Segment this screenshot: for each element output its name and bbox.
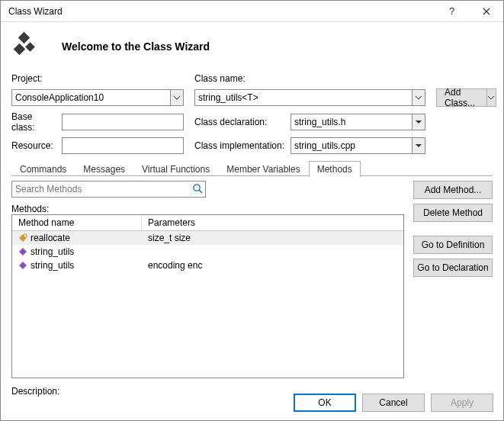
chevron-down-icon[interactable] — [170, 89, 184, 106]
chevron-down-icon[interactable] — [412, 137, 425, 154]
method-name: string_utils — [30, 246, 74, 257]
banner-title: Welcome to the Class Wizard — [62, 40, 210, 53]
tab-methods[interactable]: Methods — [309, 161, 361, 177]
class-decl-combo[interactable] — [291, 114, 425, 130]
tab-virtual-functions[interactable]: Virtual Functions — [133, 161, 218, 177]
titlebar: Class Wizard ? — [1, 1, 503, 22]
class-impl-input[interactable] — [291, 137, 412, 154]
method-icon — [18, 233, 27, 243]
go-to-definition-button[interactable]: Go to Definition — [413, 236, 493, 254]
svg-rect-8 — [19, 262, 27, 269]
method-params — [142, 246, 403, 258]
tab-bar: CommandsMessagesVirtual FunctionsMember … — [11, 160, 493, 176]
delete-method-button[interactable]: Delete Method — [413, 204, 493, 222]
svg-rect-7 — [19, 248, 27, 255]
class-impl-combo[interactable] — [291, 137, 425, 154]
method-name: string_utils — [30, 260, 74, 271]
resource-input[interactable] — [62, 137, 184, 154]
class-name-input[interactable] — [194, 89, 412, 106]
svg-rect-0 — [18, 32, 30, 44]
cancel-button[interactable]: Cancel — [362, 394, 425, 412]
go-to-declaration-button[interactable]: Go to Declaration — [413, 259, 493, 277]
class-name-label: Class name: — [194, 73, 425, 84]
methods-label: Methods: — [11, 204, 404, 214]
project-combo[interactable] — [11, 89, 184, 106]
window-title: Class Wizard — [8, 6, 63, 17]
method-params: encoding enc — [142, 259, 403, 272]
banner: Welcome to the Class Wizard — [1, 22, 503, 73]
close-icon — [483, 8, 490, 15]
chevron-down-icon[interactable] — [412, 89, 425, 106]
svg-rect-1 — [14, 43, 26, 56]
tab-messages[interactable]: Messages — [75, 161, 133, 177]
add-class-button[interactable]: Add Class... — [436, 88, 486, 107]
table-row[interactable]: string_utils — [12, 245, 403, 259]
class-decl-input[interactable] — [291, 114, 412, 130]
method-icon — [18, 261, 27, 270]
chevron-down-icon — [488, 96, 494, 100]
add-class-dropdown[interactable] — [486, 88, 496, 107]
class-impl-label: Class implementation: — [194, 140, 286, 151]
add-class-splitbutton[interactable]: Add Class... — [436, 88, 496, 107]
tab-member-variables[interactable]: Member Variables — [218, 161, 308, 177]
class-decl-label: Class declaration: — [194, 117, 286, 127]
method-name: reallocate — [30, 233, 70, 243]
apply-button[interactable]: Apply — [431, 394, 493, 412]
help-button[interactable]: ? — [435, 1, 469, 22]
table-row[interactable]: string_utilsencoding enc — [12, 259, 403, 272]
table-row[interactable]: reallocatesize_t size — [12, 231, 403, 245]
base-class-label: Base class: — [11, 111, 57, 133]
project-input[interactable] — [11, 89, 170, 106]
close-button[interactable] — [469, 1, 503, 22]
add-method-button[interactable]: Add Method... — [413, 181, 493, 199]
base-class-input[interactable] — [62, 114, 184, 130]
search-icon[interactable] — [192, 183, 203, 194]
ok-button[interactable]: OK — [294, 394, 356, 412]
chevron-down-icon[interactable] — [412, 114, 425, 130]
search-input[interactable] — [11, 181, 206, 198]
tab-commands[interactable]: Commands — [11, 161, 75, 177]
project-label: Project: — [11, 73, 184, 84]
svg-line-4 — [199, 190, 202, 193]
column-parameters[interactable]: Parameters — [142, 215, 403, 230]
class-name-combo[interactable] — [194, 89, 425, 106]
wizard-icon — [10, 30, 40, 63]
resource-label: Resource: — [11, 140, 57, 151]
method-params: size_t size — [142, 232, 403, 244]
method-icon — [18, 247, 27, 256]
svg-rect-2 — [25, 42, 35, 52]
methods-table[interactable]: Method name Parameters reallocatesize_t … — [11, 214, 404, 378]
svg-point-6 — [24, 234, 27, 238]
column-method-name[interactable]: Method name — [12, 215, 142, 230]
dialog-footer: OK Cancel Apply — [294, 394, 493, 412]
svg-point-3 — [194, 185, 200, 191]
